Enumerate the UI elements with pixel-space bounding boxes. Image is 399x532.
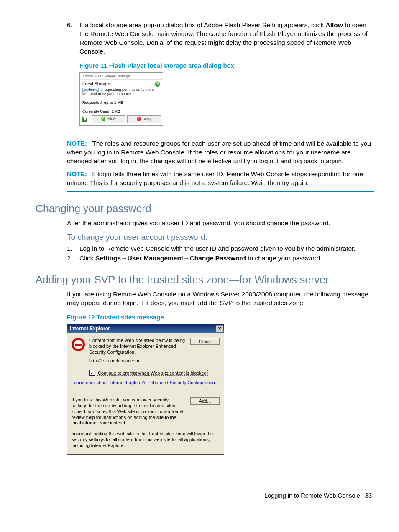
arrow-icon: → xyxy=(183,254,190,262)
step-number: 2. xyxy=(67,254,79,263)
check-icon xyxy=(101,117,105,121)
flash-allow-button[interactable]: Allow xyxy=(92,115,125,123)
ie-continue-checkbox[interactable]: ✓ xyxy=(89,370,95,376)
heading-add-svp: Adding your SVP to the trusted sites zon… xyxy=(36,274,374,286)
ie-add-button[interactable]: Add... xyxy=(190,397,220,405)
ie-url: http://ie.search.msn.com xyxy=(89,358,220,363)
figure-11-caption: Figure 11 Flash Player local storage are… xyxy=(79,62,374,69)
step2-user-mgmt: User Management xyxy=(128,254,184,262)
flash-used: Currently Used: 2 KB xyxy=(82,109,160,114)
ie-title-bar: Internet Explorer ✕ xyxy=(67,324,224,333)
step-list: 6. If a local storage area pop-up dialog… xyxy=(67,21,374,56)
heading-change-password: Changing your password xyxy=(36,203,374,215)
note-label: NOTE: xyxy=(67,140,87,147)
change-pw-step-1: 1. Log in to Remote Web Console with the… xyxy=(67,244,374,253)
change-pw-steps: 1. Log in to Remote Web Console with the… xyxy=(67,244,374,263)
divider xyxy=(72,392,220,392)
flash-dialog-title: Adobe Flash Player Settings xyxy=(80,73,163,80)
ie-lower-text: If you trust this Web site, you can lowe… xyxy=(72,397,185,426)
step-body: Log in to Remote Web Console with the us… xyxy=(79,244,374,253)
flash-requested: Requested: up to 1 MB xyxy=(82,100,160,105)
footer-text: Logging in to Remote Web Console xyxy=(264,492,360,499)
step-allow-word: Allow xyxy=(326,21,343,28)
step2-settings: Settings xyxy=(95,254,121,262)
ie-learn-more-link[interactable]: Learn more about Internet Explorer's Enh… xyxy=(72,380,220,385)
figure-12-caption: Figure 12 Trusted sites message xyxy=(67,314,374,321)
help-icon[interactable]: ? xyxy=(155,81,160,87)
svp-intro: If you are using Remote Web Console on a… xyxy=(67,290,374,308)
ie-message: Content from the Web site listed below i… xyxy=(89,338,186,355)
step2-pre: Click xyxy=(79,254,95,262)
ie-title-text: Internet Explorer xyxy=(70,326,110,332)
flash-website-label: [website] xyxy=(82,87,99,92)
note-label: NOTE: xyxy=(67,170,87,177)
flash-permission-text: [website] is requesting permission to st… xyxy=(82,87,160,97)
ie-close-rest: lose xyxy=(202,339,211,344)
step-number: 1. xyxy=(67,244,79,253)
ie-add-u: A xyxy=(199,398,202,403)
change-pw-intro: After the administrator gives you a user… xyxy=(67,219,374,228)
flash-tab-icon[interactable] xyxy=(81,115,88,123)
blocked-icon xyxy=(72,338,85,351)
step-number: 6. xyxy=(67,21,79,56)
close-icon[interactable]: ✕ xyxy=(216,325,223,332)
ie-close-button[interactable]: Close xyxy=(190,338,220,345)
step-text-pre: If a local storage area pop-up dialog bo… xyxy=(79,21,326,28)
minus-icon xyxy=(137,117,141,121)
step2-post: to change your password. xyxy=(246,254,322,262)
note-separator-top xyxy=(67,135,374,135)
flash-subtitle: Local Storage xyxy=(82,82,110,86)
ie-add-rest: dd... xyxy=(202,398,211,403)
step-body: Click Settings→User Management→Change Pa… xyxy=(79,254,374,263)
arrow-icon: → xyxy=(121,254,128,262)
note-1: NOTE:The roles and resource groups for e… xyxy=(67,139,374,166)
note-1-text: The roles and resource groups for each u… xyxy=(67,140,371,164)
step2-change-pw: Change Password xyxy=(190,254,246,262)
ie-check-label: Continue to prompt when Web site content… xyxy=(97,370,208,376)
step-6: 6. If a local storage area pop-up dialog… xyxy=(67,21,374,56)
flash-settings-dialog: Adobe Flash Player Settings Local Storag… xyxy=(79,72,163,126)
ie-important-text: Important: adding this web site to the T… xyxy=(72,431,220,448)
flash-allow-label: Allow xyxy=(107,117,116,121)
ie-trusted-sites-dialog: Internet Explorer ✕ Content from the Web… xyxy=(67,324,224,455)
note-2: NOTE:If login fails three times with the… xyxy=(67,170,374,188)
note-2-text: If login fails three times with the same… xyxy=(67,170,363,186)
flash-deny-label: Deny xyxy=(142,117,151,121)
footer-page: 33 xyxy=(365,492,372,499)
ie-close-u: C xyxy=(199,339,202,344)
note-separator-bottom xyxy=(67,191,374,192)
flash-deny-button[interactable]: Deny xyxy=(127,115,161,123)
subheading-change-pw: To change your user account password: xyxy=(67,233,374,242)
change-pw-step-2: 2. Click Settings→User Management→Change… xyxy=(67,254,374,263)
page-footer: Logging in to Remote Web Console 33 xyxy=(36,492,374,499)
step-body: If a local storage area pop-up dialog bo… xyxy=(79,21,374,56)
